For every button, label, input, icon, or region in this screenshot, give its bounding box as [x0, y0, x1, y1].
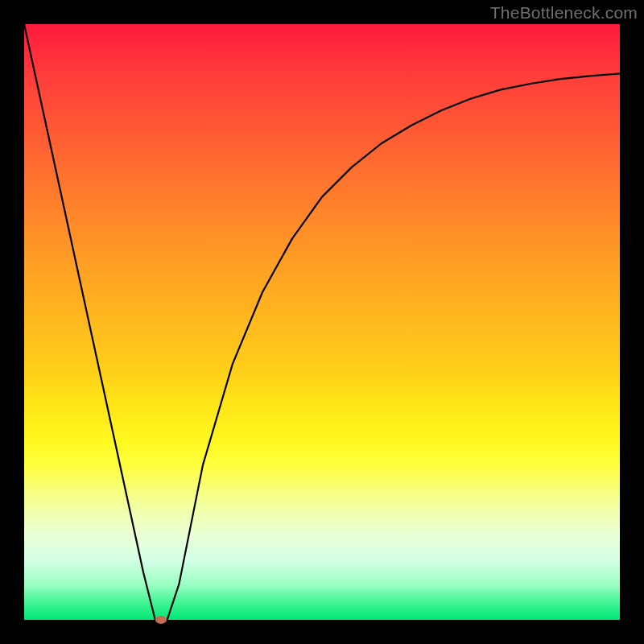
bottleneck-curve: [24, 24, 620, 620]
chart-frame: TheBottleneck.com: [0, 0, 644, 644]
plot-area: [24, 24, 620, 620]
watermark-text: TheBottleneck.com: [490, 3, 638, 23]
optimum-marker: [155, 616, 167, 624]
